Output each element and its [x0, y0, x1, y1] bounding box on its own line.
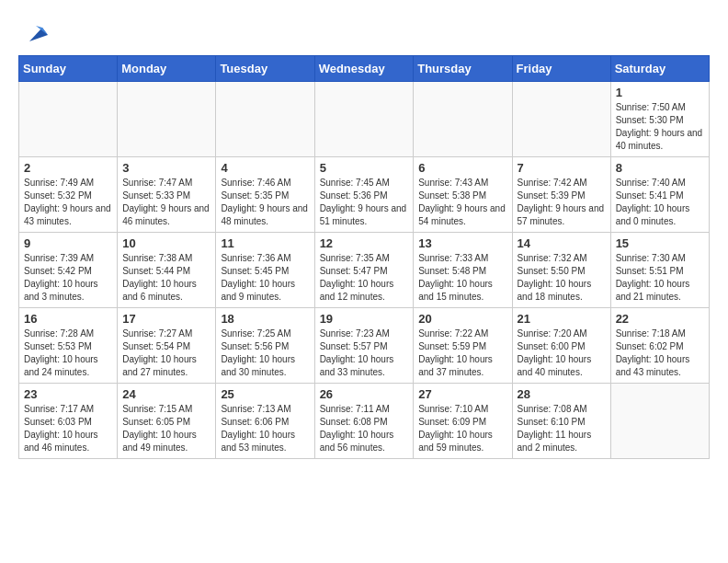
- calendar-cell: 17Sunrise: 7:27 AM Sunset: 5:54 PM Dayli…: [118, 308, 216, 384]
- day-number: 26: [320, 387, 409, 401]
- calendar-cell: 10Sunrise: 7:38 AM Sunset: 5:44 PM Dayli…: [118, 233, 216, 308]
- calendar-cell: [118, 82, 216, 157]
- day-number: 12: [320, 236, 409, 250]
- weekday-header: Wednesday: [314, 56, 414, 82]
- day-number: 3: [122, 161, 210, 175]
- day-info: Sunrise: 7:46 AM Sunset: 5:35 PM Dayligh…: [221, 177, 309, 228]
- logo: [18, 18, 50, 46]
- calendar-cell: 11Sunrise: 7:36 AM Sunset: 5:45 PM Dayli…: [216, 233, 314, 308]
- calendar-cell: 5Sunrise: 7:45 AM Sunset: 5:36 PM Daylig…: [314, 157, 414, 233]
- calendar-week-row: 23Sunrise: 7:17 AM Sunset: 6:03 PM Dayli…: [19, 384, 710, 459]
- logo-icon: [22, 18, 50, 46]
- weekday-header: Tuesday: [216, 56, 314, 82]
- calendar-cell: 14Sunrise: 7:32 AM Sunset: 5:50 PM Dayli…: [512, 233, 610, 308]
- calendar-week-row: 16Sunrise: 7:28 AM Sunset: 5:53 PM Dayli…: [19, 308, 710, 384]
- calendar-cell: 6Sunrise: 7:43 AM Sunset: 5:38 PM Daylig…: [414, 157, 512, 233]
- calendar-cell: 28Sunrise: 7:08 AM Sunset: 6:10 PM Dayli…: [512, 384, 610, 459]
- calendar-cell: 27Sunrise: 7:10 AM Sunset: 6:09 PM Dayli…: [414, 384, 512, 459]
- calendar-cell: 21Sunrise: 7:20 AM Sunset: 6:00 PM Dayli…: [512, 308, 610, 384]
- day-number: 14: [518, 236, 606, 250]
- calendar-cell: 18Sunrise: 7:25 AM Sunset: 5:56 PM Dayli…: [216, 308, 314, 384]
- calendar-cell: [512, 82, 610, 157]
- day-info: Sunrise: 7:15 AM Sunset: 6:05 PM Dayligh…: [122, 403, 210, 454]
- calendar-cell: [314, 82, 414, 157]
- day-number: 5: [320, 161, 409, 175]
- calendar-cell: 3Sunrise: 7:47 AM Sunset: 5:33 PM Daylig…: [118, 157, 216, 233]
- day-number: 2: [24, 161, 112, 175]
- day-number: 7: [518, 161, 606, 175]
- weekday-header-row: SundayMondayTuesdayWednesdayThursdayFrid…: [19, 56, 710, 82]
- day-info: Sunrise: 7:10 AM Sunset: 6:09 PM Dayligh…: [418, 403, 506, 454]
- day-info: Sunrise: 7:25 AM Sunset: 5:56 PM Dayligh…: [221, 327, 309, 379]
- calendar: SundayMondayTuesdayWednesdayThursdayFrid…: [18, 55, 710, 459]
- day-info: Sunrise: 7:50 AM Sunset: 5:30 PM Dayligh…: [616, 101, 704, 153]
- weekday-header: Friday: [512, 56, 610, 82]
- day-info: Sunrise: 7:45 AM Sunset: 5:36 PM Dayligh…: [320, 177, 409, 228]
- day-info: Sunrise: 7:30 AM Sunset: 5:51 PM Dayligh…: [616, 252, 704, 304]
- calendar-week-row: 9Sunrise: 7:39 AM Sunset: 5:42 PM Daylig…: [19, 233, 710, 308]
- day-info: Sunrise: 7:23 AM Sunset: 5:57 PM Dayligh…: [320, 327, 409, 379]
- day-number: 16: [24, 312, 112, 326]
- svg-marker-0: [29, 28, 48, 41]
- day-info: Sunrise: 7:11 AM Sunset: 6:08 PM Dayligh…: [320, 403, 409, 454]
- calendar-cell: [610, 384, 709, 459]
- calendar-cell: 20Sunrise: 7:22 AM Sunset: 5:59 PM Dayli…: [414, 308, 512, 384]
- calendar-cell: 2Sunrise: 7:49 AM Sunset: 5:32 PM Daylig…: [19, 157, 118, 233]
- day-number: 10: [122, 236, 210, 250]
- calendar-week-row: 1Sunrise: 7:50 AM Sunset: 5:30 PM Daylig…: [19, 82, 710, 157]
- day-number: 11: [221, 236, 309, 250]
- day-number: 21: [518, 312, 606, 326]
- day-number: 6: [418, 161, 506, 175]
- calendar-cell: 4Sunrise: 7:46 AM Sunset: 5:35 PM Daylig…: [216, 157, 314, 233]
- calendar-cell: [414, 82, 512, 157]
- header: [18, 18, 710, 46]
- weekday-header: Thursday: [414, 56, 512, 82]
- day-info: Sunrise: 7:18 AM Sunset: 6:02 PM Dayligh…: [616, 327, 704, 379]
- day-number: 19: [320, 312, 409, 326]
- day-info: Sunrise: 7:33 AM Sunset: 5:48 PM Dayligh…: [418, 252, 506, 304]
- day-info: Sunrise: 7:22 AM Sunset: 5:59 PM Dayligh…: [418, 327, 506, 379]
- day-info: Sunrise: 7:32 AM Sunset: 5:50 PM Dayligh…: [518, 252, 606, 304]
- day-info: Sunrise: 7:47 AM Sunset: 5:33 PM Dayligh…: [122, 177, 210, 228]
- calendar-cell: 26Sunrise: 7:11 AM Sunset: 6:08 PM Dayli…: [314, 384, 414, 459]
- day-number: 28: [518, 387, 606, 401]
- day-number: 22: [616, 312, 704, 326]
- day-number: 18: [221, 312, 309, 326]
- day-info: Sunrise: 7:42 AM Sunset: 5:39 PM Dayligh…: [518, 177, 606, 228]
- day-number: 17: [122, 312, 210, 326]
- day-number: 27: [418, 387, 506, 401]
- weekday-header: Monday: [118, 56, 216, 82]
- calendar-cell: [216, 82, 314, 157]
- day-info: Sunrise: 7:38 AM Sunset: 5:44 PM Dayligh…: [122, 252, 210, 304]
- day-number: 15: [616, 236, 704, 250]
- calendar-cell: 9Sunrise: 7:39 AM Sunset: 5:42 PM Daylig…: [19, 233, 118, 308]
- day-number: 9: [24, 236, 112, 250]
- calendar-cell: 7Sunrise: 7:42 AM Sunset: 5:39 PM Daylig…: [512, 157, 610, 233]
- calendar-cell: [19, 82, 118, 157]
- calendar-cell: 23Sunrise: 7:17 AM Sunset: 6:03 PM Dayli…: [19, 384, 118, 459]
- day-info: Sunrise: 7:08 AM Sunset: 6:10 PM Dayligh…: [518, 403, 606, 454]
- calendar-cell: 15Sunrise: 7:30 AM Sunset: 5:51 PM Dayli…: [610, 233, 709, 308]
- calendar-cell: 1Sunrise: 7:50 AM Sunset: 5:30 PM Daylig…: [610, 82, 709, 157]
- day-number: 4: [221, 161, 309, 175]
- day-info: Sunrise: 7:40 AM Sunset: 5:41 PM Dayligh…: [616, 177, 704, 228]
- calendar-cell: 12Sunrise: 7:35 AM Sunset: 5:47 PM Dayli…: [314, 233, 414, 308]
- day-number: 1: [616, 86, 704, 99]
- day-number: 8: [616, 161, 704, 175]
- calendar-week-row: 2Sunrise: 7:49 AM Sunset: 5:32 PM Daylig…: [19, 157, 710, 233]
- calendar-cell: 22Sunrise: 7:18 AM Sunset: 6:02 PM Dayli…: [610, 308, 709, 384]
- day-info: Sunrise: 7:39 AM Sunset: 5:42 PM Dayligh…: [24, 252, 112, 304]
- day-number: 23: [24, 387, 112, 401]
- day-info: Sunrise: 7:43 AM Sunset: 5:38 PM Dayligh…: [418, 177, 506, 228]
- day-number: 24: [122, 387, 210, 401]
- day-number: 13: [418, 236, 506, 250]
- calendar-cell: 16Sunrise: 7:28 AM Sunset: 5:53 PM Dayli…: [19, 308, 118, 384]
- day-info: Sunrise: 7:17 AM Sunset: 6:03 PM Dayligh…: [24, 403, 112, 454]
- day-info: Sunrise: 7:20 AM Sunset: 6:00 PM Dayligh…: [518, 327, 606, 379]
- calendar-cell: 24Sunrise: 7:15 AM Sunset: 6:05 PM Dayli…: [118, 384, 216, 459]
- calendar-cell: 25Sunrise: 7:13 AM Sunset: 6:06 PM Dayli…: [216, 384, 314, 459]
- day-number: 20: [418, 312, 506, 326]
- day-info: Sunrise: 7:49 AM Sunset: 5:32 PM Dayligh…: [24, 177, 112, 228]
- calendar-cell: 8Sunrise: 7:40 AM Sunset: 5:41 PM Daylig…: [610, 157, 709, 233]
- day-info: Sunrise: 7:35 AM Sunset: 5:47 PM Dayligh…: [320, 252, 409, 304]
